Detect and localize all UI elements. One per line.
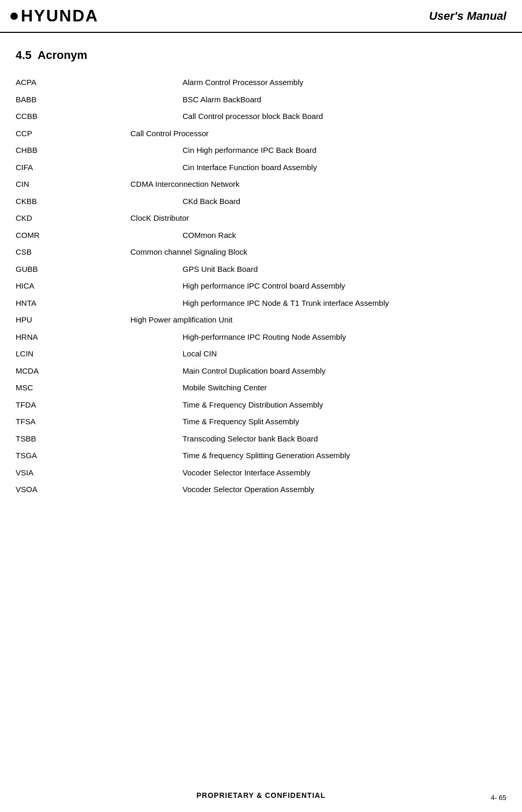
acronym-definition: High Power amplification Unit [63, 314, 233, 326]
acronym-definition: COMmon Rack [63, 230, 236, 242]
acronym-term: HICA [16, 280, 63, 292]
acronym-term: CHBB [16, 145, 63, 157]
acronym-definition: GPS Unit Back Board [63, 264, 258, 276]
list-item: ACPAAlarm Control Processor Assembly [16, 77, 506, 89]
acronym-term: MCDA [16, 365, 63, 377]
acronym-term: COMR [16, 230, 63, 242]
list-item: HICAHigh performance IPC Control board A… [16, 280, 506, 292]
list-item: GUBBGPS Unit Back Board [16, 264, 506, 276]
acronym-definition: Mobile Switching Center [63, 382, 267, 394]
acronym-definition: Common channel Signaling Block [63, 246, 247, 258]
acronym-term: CCP [16, 128, 63, 140]
list-item: HPUHigh Power amplification Unit [16, 314, 506, 326]
page-number: 4- 65 [491, 794, 522, 802]
list-item: CCPCall Control Processor [16, 128, 506, 140]
list-item: COMRCOMmon Rack [16, 230, 506, 242]
logo-dot-icon [10, 13, 18, 20]
list-item: CCBBCall Control processor block Back Bo… [16, 111, 506, 123]
acronym-definition: CKd Back Board [63, 196, 240, 208]
acronym-definition: Time & frequency Splitting Generation As… [63, 450, 350, 462]
acronym-term: TSBB [16, 433, 63, 445]
logo-area: HYUNDA [10, 6, 99, 26]
acronym-term: HPU [16, 314, 63, 326]
list-item: TFSATime & Frequency Split Assembly [16, 416, 506, 428]
list-item: MCDAMain Control Duplication board Assem… [16, 365, 506, 377]
acronym-list: ACPAAlarm Control Processor AssemblyBABB… [16, 77, 506, 496]
acronym-definition: ClocK Distributor [63, 212, 189, 224]
acronym-term: CIFA [16, 162, 63, 174]
acronym-definition: Transcoding Selector bank Back Board [63, 433, 318, 445]
list-item: TSBBTranscoding Selector bank Back Board [16, 433, 506, 445]
list-item: VSOAVocoder Selector Operation Assembly [16, 484, 506, 496]
list-item: MSCMobile Switching Center [16, 382, 506, 394]
manual-title: User's Manual [429, 9, 506, 23]
list-item: HRNAHigh-performance IPC Routing Node As… [16, 331, 506, 343]
acronym-term: TFSA [16, 416, 63, 428]
acronym-definition: Vocoder Selector Operation Assembly [63, 484, 314, 496]
acronym-term: VSIA [16, 467, 63, 479]
logo-text: HYUNDA [21, 6, 99, 26]
acronym-term: TSGA [16, 450, 63, 462]
acronym-definition: High performance IPC Node & T1 Trunk int… [63, 297, 389, 309]
acronym-definition: Alarm Control Processor Assembly [63, 77, 304, 89]
list-item: CSBCommon channel Signaling Block [16, 246, 506, 258]
acronym-term: CSB [16, 246, 63, 258]
acronym-definition: Time & Frequency Split Assembly [63, 416, 299, 428]
page-header: HYUNDA User's Manual [0, 0, 522, 33]
list-item: CKBBCKd Back Board [16, 196, 506, 208]
acronym-term: BABB [16, 94, 63, 106]
acronym-term: CKBB [16, 196, 63, 208]
acronym-definition: Call Control Processor [63, 128, 209, 140]
acronym-definition: Vocoder Selector Interface Assembly [63, 467, 310, 479]
acronym-term: MSC [16, 382, 63, 394]
main-content: 4.5 Acronym ACPAAlarm Control Processor … [0, 33, 522, 517]
section-title: 4.5 Acronym [16, 49, 506, 62]
acronym-definition: Cin High performance IPC Back Board [63, 145, 317, 157]
acronym-term: GUBB [16, 264, 63, 276]
list-item: BABBBSC Alarm BackBoard [16, 94, 506, 106]
acronym-definition: BSC Alarm BackBoard [63, 94, 261, 106]
list-item: VSIAVocoder Selector Interface Assembly [16, 467, 506, 479]
acronym-definition: Main Control Duplication board Assembly [63, 365, 325, 377]
acronym-definition: Call Control processor block Back Board [63, 111, 323, 123]
acronym-term: ACPA [16, 77, 63, 89]
page-footer: PROPRIETARY & CONFIDENTIAL [0, 791, 522, 802]
list-item: CHBBCin High performance IPC Back Board [16, 145, 506, 157]
acronym-definition: Time & Frequency Distribution Assembly [63, 399, 323, 411]
list-item: CIFACin Interface Function board Assembl… [16, 162, 506, 174]
acronym-term: CKD [16, 212, 63, 224]
acronym-term: CIN [16, 178, 63, 190]
acronym-term: VSOA [16, 484, 63, 496]
acronym-definition: Cin Interface Function board Assembly [63, 162, 317, 174]
acronym-definition: High-performance IPC Routing Node Assemb… [63, 331, 346, 343]
list-item: TSGATime & frequency Splitting Generatio… [16, 450, 506, 462]
list-item: TFDATime & Frequency Distribution Assemb… [16, 399, 506, 411]
list-item: CINCDMA Interconnection Network [16, 178, 506, 190]
acronym-term: TFDA [16, 399, 63, 411]
acronym-term: HRNA [16, 331, 63, 343]
acronym-term: CCBB [16, 111, 63, 123]
acronym-term: LCIN [16, 348, 63, 360]
acronym-definition: CDMA Interconnection Network [63, 178, 239, 190]
acronym-term: HNTA [16, 297, 63, 309]
list-item: LCINLocal CIN [16, 348, 506, 360]
acronym-definition: Local CIN [63, 348, 217, 360]
list-item: HNTAHigh performance IPC Node & T1 Trunk… [16, 297, 506, 309]
list-item: CKDClocK Distributor [16, 212, 506, 224]
acronym-definition: High performance IPC Control board Assem… [63, 280, 345, 292]
footer-label: PROPRIETARY & CONFIDENTIAL [0, 791, 522, 799]
